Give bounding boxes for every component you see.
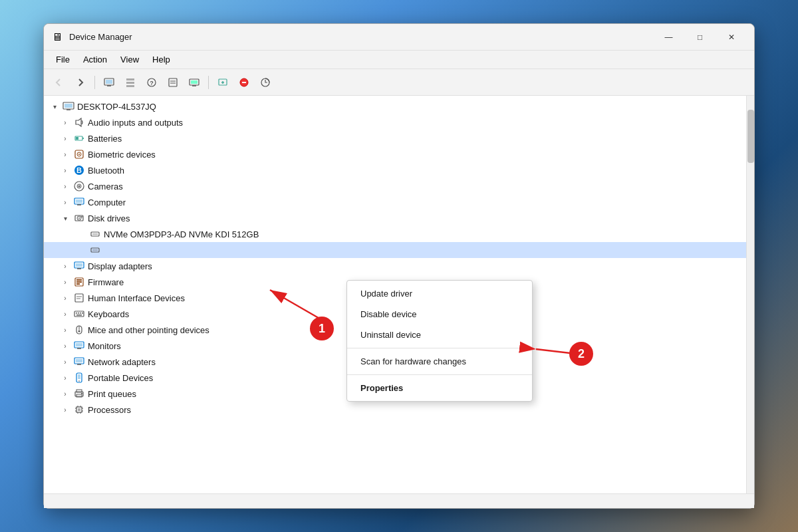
tree-disk-drives[interactable]: ▾ Disk drives [44,210,746,226]
svg-rect-57 [76,313,77,314]
nvme1-label: NVMe OM3PDP3-AD NVMe KDI 512GB [104,229,259,239]
tree-nvme2[interactable]: › [44,242,746,258]
svg-rect-26 [76,137,78,140]
context-update-driver[interactable]: Update driver [347,283,532,304]
tree-nvme1[interactable]: › NVMe OM3PDP3-AD NVMe KDI 512GB [44,226,746,242]
context-uninstall-device[interactable]: Uninstall device [347,325,532,345]
toolbar-devicemanager[interactable] [99,73,119,92]
svg-text:?: ? [150,80,154,86]
svg-rect-72 [78,374,80,379]
tree-cameras[interactable]: › Cameras [44,178,746,194]
monitor-icon2 [73,340,85,352]
toolbar-remove[interactable] [234,73,254,92]
scrollbar[interactable] [746,96,754,493]
svg-rect-25 [82,138,84,139]
chevron-right-icon: › [60,340,70,351]
context-menu: Update driver Disable device Uninstall d… [346,280,533,402]
bluetooth-label: Bluetooth [88,166,124,176]
chevron-right-icon: › [60,149,70,160]
tree-batteries[interactable]: › Batteries [44,130,746,146]
menu-file[interactable]: File [49,52,76,67]
context-scan-hardware[interactable]: Scan for hardware changes [347,351,532,372]
chevron-down-icon: ▾ [49,101,60,112]
svg-text:B: B [76,166,82,174]
batteries-label: Batteries [88,134,122,144]
toolbar-list[interactable] [120,73,140,92]
toolbar: ? [44,69,754,96]
svg-rect-53 [75,294,83,302]
printer-icon [73,388,85,400]
close-button[interactable]: ✕ [716,27,746,47]
context-properties[interactable]: Properties [347,378,532,398]
bluetooth-icon: B [73,164,85,176]
maximize-button[interactable]: □ [685,27,715,47]
chevron-right-icon: › [60,404,70,415]
svg-point-64 [78,331,80,332]
print-label: Print queues [88,389,136,399]
toolbar-properties[interactable] [163,73,183,92]
toolbar-scan[interactable] [184,73,204,92]
tree-display[interactable]: › Display adapters [44,258,746,274]
context-disable-device[interactable]: Disable device [347,304,532,325]
window-controls: — □ ✕ [654,27,746,47]
toolbar-add-driver[interactable] [213,73,233,92]
svg-rect-5 [126,85,134,87]
device-manager-window: 🖥 Device Manager — □ ✕ File Action View … [43,23,755,509]
svg-rect-77 [81,393,82,394]
context-sep-2 [347,374,532,375]
mouse-icon [73,324,85,336]
display-label: Display adapters [88,261,152,271]
svg-rect-59 [80,313,81,314]
svg-point-41 [81,216,82,217]
chevron-right-icon: › [60,372,70,383]
toolbar-forward[interactable] [70,73,90,92]
svg-rect-66 [76,343,82,346]
menu-view[interactable]: View [114,52,146,67]
chevron-right-icon: › [60,293,70,303]
chevron-right-icon: › [60,277,70,287]
computer-icon [63,100,74,112]
svg-rect-61 [76,315,82,316]
tree-audio[interactable]: › Audio inputs and outputs [44,114,746,130]
chevron-right-icon: › [60,197,70,207]
chevron-down-icon: ▾ [60,213,70,223]
toolbar-update[interactable] [255,73,275,92]
svg-rect-60 [82,313,83,314]
toolbar-back[interactable] [49,73,69,92]
toolbar-sep-2 [208,76,209,89]
svg-rect-47 [76,263,82,267]
chevron-right-icon: › [60,165,70,176]
mice-label: Mice and other pointing devices [88,325,209,335]
svg-rect-3 [126,78,134,80]
tree-processors[interactable]: › Processors [44,402,746,418]
camera-icon [73,180,85,192]
svg-rect-4 [126,82,134,84]
minimize-button[interactable]: — [654,27,684,47]
tree-root[interactable]: ▾ DESKTOP-4L537JQ [44,98,746,114]
chevron-right-icon: › [60,309,70,319]
toolbar-sep-1 [94,76,95,89]
nvme-icon [89,228,101,240]
scrollbar-thumb[interactable] [747,110,754,163]
tree-biometric[interactable]: › Biometric devices [44,146,746,162]
portable-icon [73,372,85,384]
biometric-label: Biometric devices [88,150,156,160]
menu-help[interactable]: Help [146,52,177,67]
monitors-label: Monitors [88,341,121,351]
chevron-right-icon: › [60,117,70,128]
tree-bluetooth[interactable]: › B Bluetooth [44,162,746,178]
nvme2-icon [89,244,101,256]
firmware-icon [73,276,85,288]
battery-icon [73,132,85,144]
svg-rect-52 [76,283,80,285]
svg-rect-79 [78,408,80,411]
svg-rect-8 [169,78,177,86]
processors-label: Processors [88,405,131,415]
tree-computer[interactable]: › Computer [44,194,746,210]
status-bar [44,493,754,508]
menu-bar: File Action View Help [44,51,754,69]
menu-action[interactable]: Action [76,52,114,67]
title-bar: 🖥 Device Manager — □ ✕ [44,24,754,51]
toolbar-help[interactable]: ? [142,73,162,92]
chevron-right-icon: › [60,181,70,192]
